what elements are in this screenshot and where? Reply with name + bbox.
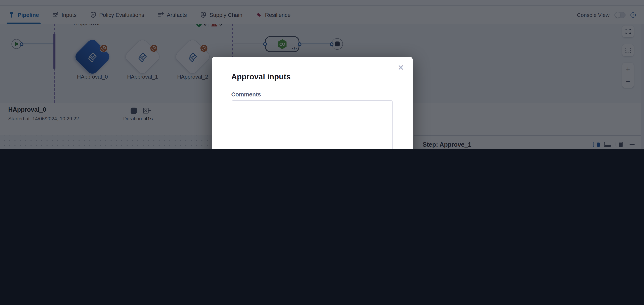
- close-icon[interactable]: ✕: [398, 63, 404, 72]
- comments-label: Comments: [231, 91, 261, 98]
- app-window: Pipeline Inputs Policy Evaluations Artif…: [0, 0, 644, 149]
- dialog-title: Approval inputs: [231, 72, 291, 81]
- approval-inputs-dialog: ✕ Approval inputs Comments ✓ Approve ✕ R…: [212, 57, 413, 149]
- comments-textarea[interactable]: [232, 100, 392, 149]
